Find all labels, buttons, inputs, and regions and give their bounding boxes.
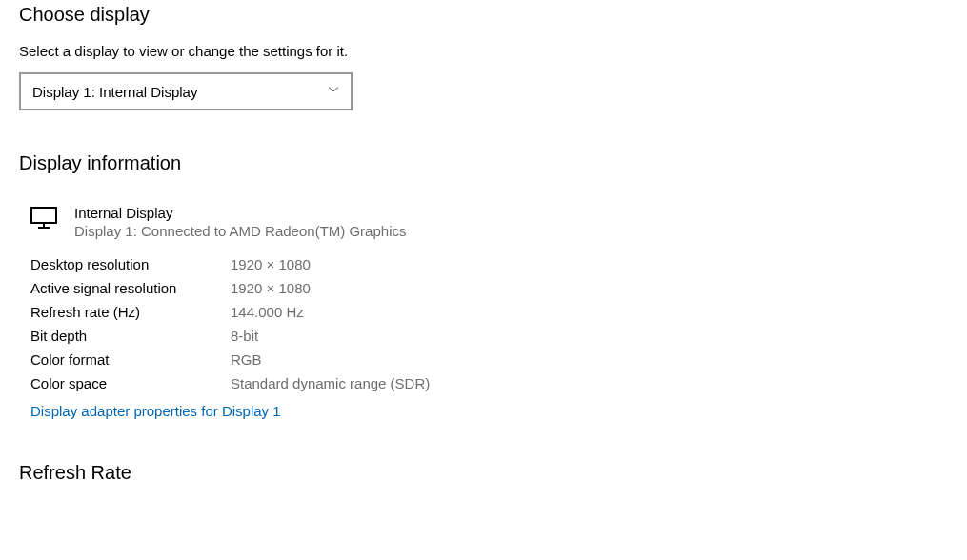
display-info-table: Desktop resolution 1920 × 1080 Active si…: [19, 256, 948, 391]
info-label: Active signal resolution: [30, 280, 231, 296]
info-value: Standard dynamic range (SDR): [231, 375, 430, 391]
refresh-rate-heading: Refresh Rate: [19, 462, 948, 484]
info-value: 1920 × 1080: [231, 256, 311, 272]
choose-display-subtext: Select a display to view or change the s…: [19, 43, 948, 59]
table-row: Desktop resolution 1920 × 1080: [30, 256, 948, 272]
info-label: Bit depth: [30, 328, 231, 344]
table-row: Color format RGB: [30, 351, 948, 368]
info-label: Refresh rate (Hz): [30, 304, 231, 320]
display-name-label: Internal Display: [74, 205, 406, 221]
table-row: Bit depth 8-bit: [30, 328, 948, 344]
table-row: Active signal resolution 1920 × 1080: [30, 280, 948, 296]
info-value: 8-bit: [231, 328, 258, 344]
display-select-dropdown[interactable]: Display 1: Internal Display: [19, 72, 353, 110]
display-connected-label: Display 1: Connected to AMD Radeon(TM) G…: [74, 223, 406, 239]
monitor-icon: [30, 207, 57, 230]
info-label: Color format: [30, 351, 231, 368]
display-adapter-properties-link[interactable]: Display adapter properties for Display 1: [19, 403, 281, 419]
info-value: RGB: [231, 351, 262, 368]
display-information-heading: Display information: [19, 152, 948, 174]
chevron-down-icon: [328, 86, 339, 97]
info-label: Desktop resolution: [30, 256, 231, 272]
table-row: Color space Standard dynamic range (SDR): [30, 375, 948, 391]
svg-rect-0: [31, 208, 56, 223]
display-select-value: Display 1: Internal Display: [32, 84, 197, 100]
info-value: 1920 × 1080: [231, 280, 311, 296]
info-value: 144.000 Hz: [231, 304, 304, 320]
info-label: Color space: [30, 375, 231, 391]
choose-display-heading: Choose display: [19, 4, 948, 26]
table-row: Refresh rate (Hz) 144.000 Hz: [30, 304, 948, 320]
